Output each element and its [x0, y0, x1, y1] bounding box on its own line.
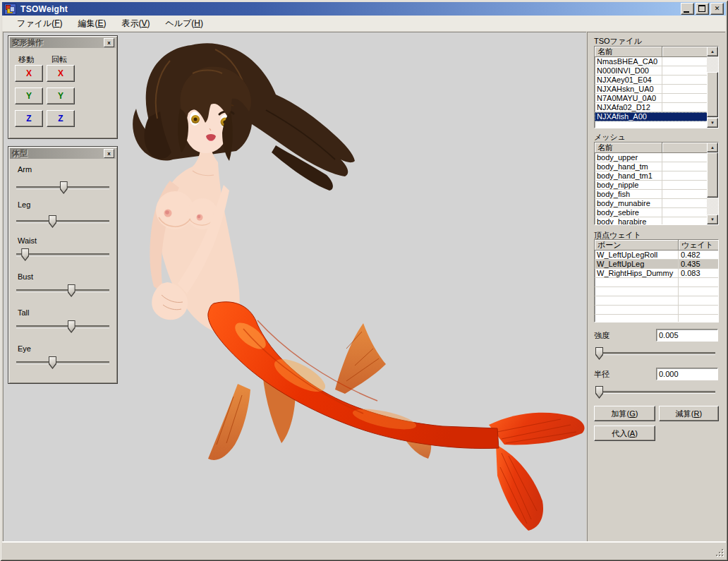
character-tail: [208, 302, 585, 531]
tso-file-row[interactable]: NJXAHskn_UA0: [595, 85, 718, 94]
weight-row-empty[interactable]: [595, 287, 718, 296]
leg-slider-thumb[interactable]: [49, 215, 56, 228]
body-panel-titlebar[interactable]: 体型 x: [10, 148, 116, 159]
scroll-up-button[interactable]: ▲: [707, 47, 718, 56]
weight-row-empty[interactable]: [595, 306, 718, 315]
bust-slider[interactable]: [16, 284, 109, 298]
tso-blank-column-header[interactable]: [662, 47, 708, 57]
scroll-up-button[interactable]: ▲: [707, 143, 718, 152]
move-z-button[interactable]: Z: [15, 110, 43, 127]
status-bar: [2, 541, 726, 559]
scroll-down-icon: ▼: [710, 121, 715, 125]
tso-list-scrollbar[interactable]: ▲ ▼: [707, 47, 718, 128]
weight-row[interactable]: W_LeftUpLegRoll0.482: [595, 251, 718, 260]
title-bar[interactable]: TSOWeight ✕: [2, 2, 726, 16]
tso-file-row[interactable]: NJXAfa02_D12: [595, 103, 718, 112]
waist-slider-label: Waist: [18, 236, 37, 245]
transform-panel-close-button[interactable]: x: [104, 38, 114, 47]
mesh-name-column-header[interactable]: 名前: [595, 143, 662, 153]
character-hair-back: [133, 43, 355, 191]
move-y-button[interactable]: Y: [15, 88, 43, 104]
mesh-label: メッシュ: [594, 132, 626, 143]
weight-row-empty[interactable]: [595, 296, 718, 306]
add-button[interactable]: 加算(G): [594, 406, 655, 421]
eye-slider[interactable]: [16, 356, 109, 370]
waist-slider[interactable]: [16, 248, 109, 262]
mesh-list: 名前 body_upper body_hand_tm body_hand_tm1…: [594, 142, 719, 225]
maximize-icon: [698, 5, 705, 12]
bust-slider-thumb[interactable]: [68, 284, 75, 297]
strength-label: 強度: [594, 330, 609, 341]
assign-button[interactable]: 代入(A): [594, 426, 655, 441]
scrollbar-thumb[interactable]: [707, 72, 718, 117]
strength-input[interactable]: 0.005: [656, 329, 718, 342]
rotate-z-button[interactable]: Z: [47, 110, 75, 127]
strength-slider-thumb[interactable]: [595, 347, 603, 360]
arm-slider-thumb[interactable]: [60, 181, 68, 194]
subtract-button[interactable]: 減算(R): [659, 406, 719, 421]
body-panel-title: 体型: [12, 148, 28, 159]
vertex-weight-table: ボーン ウェイト W_LeftUpLegRoll0.482 W_LeftUpLe…: [594, 239, 719, 322]
eye-slider-thumb[interactable]: [49, 356, 56, 369]
mesh-row[interactable]: body_upper: [595, 153, 718, 162]
tso-file-row-selected[interactable]: NJXAfish_A00: [595, 112, 718, 121]
minimize-button[interactable]: [681, 3, 694, 15]
app-window: TSOWeight ✕ ファイル(F) 編集(E) 表示(V) ヘルプ(H): [0, 0, 728, 561]
minimize-icon: [684, 11, 689, 13]
arm-slider[interactable]: [16, 181, 109, 195]
scrollbar-thumb[interactable]: [707, 152, 718, 198]
eye-slider-label: Eye: [18, 344, 31, 353]
radius-input[interactable]: 0.000: [656, 368, 718, 380]
rotate-column-label: 回転: [51, 54, 67, 65]
tso-file-row[interactable]: NmasBHEA_CA0: [595, 57, 718, 66]
mesh-row[interactable]: body_nipple: [595, 181, 718, 190]
app-icon: [4, 4, 16, 15]
mesh-blank-column-header[interactable]: [662, 143, 708, 153]
move-column-label: 移動: [18, 54, 34, 65]
radius-label: 半径: [594, 369, 609, 380]
tso-file-row[interactable]: N7A0MAYU_0A0: [595, 94, 718, 103]
mesh-row[interactable]: body_fish: [595, 190, 718, 199]
tso-file-row[interactable]: N000INVI_D00: [595, 66, 718, 76]
tall-slider-thumb[interactable]: [68, 320, 75, 333]
tall-slider[interactable]: [16, 320, 109, 334]
transform-panel-title: 変形操作: [12, 37, 43, 48]
body-panel-close-button[interactable]: x: [104, 149, 114, 158]
scroll-down-button[interactable]: ▼: [707, 215, 718, 224]
radius-slider[interactable]: [595, 385, 715, 399]
menu-file[interactable]: ファイル(F): [11, 16, 68, 31]
maximize-button[interactable]: [696, 3, 709, 15]
leg-slider[interactable]: [16, 215, 109, 229]
weight-column-header[interactable]: ウェイト: [679, 240, 718, 251]
mesh-row[interactable]: body_harabire: [595, 217, 718, 225]
tall-slider-label: Tall: [18, 308, 30, 317]
mesh-row[interactable]: body_munabire: [595, 199, 718, 208]
scroll-down-button[interactable]: ▼: [707, 118, 718, 128]
move-x-button[interactable]: X: [15, 65, 43, 82]
close-button[interactable]: ✕: [710, 3, 724, 15]
transform-panel: 変形操作 x 移動 回転 X X Y Y Z Z: [8, 35, 118, 139]
radius-slider-thumb[interactable]: [595, 386, 603, 399]
mesh-row[interactable]: body_hand_tm: [595, 162, 718, 171]
mesh-row[interactable]: body_hand_tm1: [595, 171, 718, 181]
leg-slider-label: Leg: [18, 200, 30, 209]
weight-row-empty[interactable]: [595, 315, 718, 322]
weight-row-empty[interactable]: [595, 278, 718, 287]
waist-slider-thumb[interactable]: [21, 248, 29, 261]
weight-row-selected[interactable]: W_LeftUpLeg0.435: [595, 260, 718, 269]
scroll-up-icon: ▲: [710, 145, 715, 150]
mesh-list-scrollbar[interactable]: ▲ ▼: [707, 143, 718, 224]
tso-file-row[interactable]: NJXAey01_E04: [595, 76, 718, 85]
rotate-y-button[interactable]: Y: [47, 88, 75, 104]
menu-help[interactable]: ヘルプ(H): [159, 16, 210, 31]
menu-edit[interactable]: 編集(E): [71, 16, 112, 31]
rotate-x-button[interactable]: X: [47, 65, 75, 82]
transform-panel-titlebar[interactable]: 変形操作 x: [10, 37, 116, 48]
weight-row[interactable]: W_RightHips_Dummy0.083: [595, 269, 718, 278]
bone-column-header[interactable]: ボーン: [595, 240, 679, 251]
mesh-row[interactable]: body_sebire: [595, 208, 718, 217]
strength-slider[interactable]: [595, 346, 715, 361]
tso-name-column-header[interactable]: 名前: [595, 47, 662, 57]
menu-view[interactable]: 表示(V): [115, 16, 156, 31]
resize-grip[interactable]: [715, 548, 724, 557]
